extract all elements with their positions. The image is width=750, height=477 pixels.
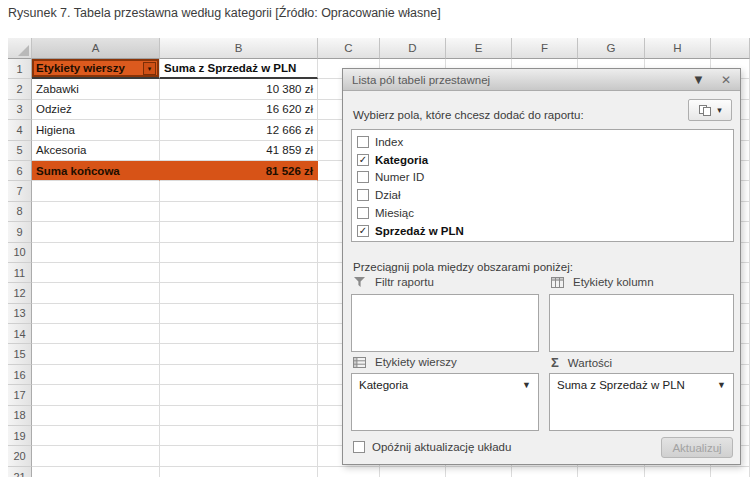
- field-checkbox-4[interactable]: [357, 207, 369, 219]
- cell-B19[interactable]: [160, 426, 318, 446]
- cell-A8[interactable]: [32, 202, 160, 222]
- row-header-9[interactable]: 9: [8, 222, 32, 242]
- cell-A17[interactable]: [32, 385, 160, 405]
- close-icon[interactable]: ✕: [721, 74, 731, 86]
- field-item-4[interactable]: Miesiąc: [357, 204, 728, 222]
- cell-B18[interactable]: [160, 406, 318, 426]
- column-header-G[interactable]: G: [578, 38, 645, 59]
- row-header-18[interactable]: 18: [8, 406, 32, 426]
- pivot-total-value[interactable]: 81 526 zł: [160, 161, 318, 181]
- row-header-19[interactable]: 19: [8, 426, 32, 446]
- cell-A16[interactable]: [32, 365, 160, 385]
- column-header-A[interactable]: A: [32, 38, 160, 59]
- cell-A14[interactable]: [32, 324, 160, 344]
- cell-B9[interactable]: [160, 222, 318, 242]
- pivot-values-header[interactable]: Suma z Sprzedaż w PLN: [160, 59, 318, 79]
- field-item-1[interactable]: ✓Kategoria: [357, 151, 728, 169]
- row-header-4[interactable]: 4: [8, 120, 32, 140]
- pivot-value-2[interactable]: 12 666 zł: [160, 120, 318, 140]
- cell-A21[interactable]: [32, 467, 160, 477]
- defer-layout-update[interactable]: Opóźnij aktualizację układu: [353, 441, 511, 453]
- pivot-category-0[interactable]: Zabawki: [32, 79, 160, 99]
- cell-F21[interactable]: [512, 467, 578, 477]
- row-header-12[interactable]: 12: [8, 283, 32, 303]
- panel-title-bar[interactable]: Lista pól tabeli przestawnej ▼ ✕: [343, 69, 740, 91]
- cell-A19[interactable]: [32, 426, 160, 446]
- field-item-5[interactable]: ✓Sprzedaż w PLN: [357, 222, 728, 240]
- column-header-B[interactable]: B: [160, 38, 318, 59]
- filter-area-box[interactable]: [351, 294, 539, 352]
- cell-B15[interactable]: [160, 344, 318, 364]
- defer-checkbox[interactable]: [353, 441, 365, 453]
- cell-B8[interactable]: [160, 202, 318, 222]
- cell-A20[interactable]: [32, 446, 160, 466]
- column-header-F[interactable]: F: [512, 38, 578, 59]
- row-header-15[interactable]: 15: [8, 344, 32, 364]
- cell-B10[interactable]: [160, 243, 318, 263]
- cell-A13[interactable]: [32, 304, 160, 324]
- rows-area-box[interactable]: Kategoria▼: [351, 373, 539, 431]
- cell-filler[interactable]: [711, 467, 750, 477]
- row-header-6[interactable]: 6: [8, 161, 32, 181]
- pivot-value-1[interactable]: 16 620 zł: [160, 100, 318, 120]
- cell-B14[interactable]: [160, 324, 318, 344]
- row-header-7[interactable]: 7: [8, 181, 32, 201]
- panel-menu-caret-icon[interactable]: ▼: [692, 73, 705, 86]
- row-header-20[interactable]: 20: [8, 446, 32, 466]
- cell-B16[interactable]: [160, 365, 318, 385]
- field-item-3[interactable]: Dział: [357, 186, 728, 204]
- cell-A9[interactable]: [32, 222, 160, 242]
- cell-H21[interactable]: [645, 467, 711, 477]
- row-header-13[interactable]: 13: [8, 304, 32, 324]
- cell-A10[interactable]: [32, 243, 160, 263]
- field-checkbox-3[interactable]: [357, 189, 369, 201]
- column-header-C[interactable]: C: [318, 38, 380, 59]
- pivot-value-3[interactable]: 41 859 zł: [160, 141, 318, 161]
- cell-E21[interactable]: [446, 467, 512, 477]
- field-checkbox-2[interactable]: [357, 171, 369, 183]
- column-header-E[interactable]: E: [446, 38, 512, 59]
- field-item-2[interactable]: Numer ID: [357, 169, 728, 187]
- field-checkbox-1[interactable]: ✓: [357, 154, 369, 166]
- pivot-category-2[interactable]: Higiena: [32, 120, 160, 140]
- row-header-16[interactable]: 16: [8, 365, 32, 385]
- cell-A7[interactable]: [32, 181, 160, 201]
- field-item-0[interactable]: Index: [357, 133, 728, 151]
- update-button[interactable]: Aktualizuj: [661, 437, 733, 458]
- values-area-box[interactable]: Suma z Sprzedaż w PLN▼: [549, 373, 734, 431]
- cell-A1[interactable]: Etykiety wierszy▾: [32, 59, 160, 79]
- row-labels-filter-button[interactable]: ▾: [143, 62, 156, 75]
- field-list-layout-button[interactable]: ▾: [688, 99, 732, 121]
- columns-area-box[interactable]: [549, 294, 734, 352]
- cell-B12[interactable]: [160, 283, 318, 303]
- area-field-item-0[interactable]: Kategoria▼: [352, 374, 538, 395]
- field-dropdown-caret-icon[interactable]: ▼: [522, 380, 531, 390]
- select-all-corner[interactable]: [8, 38, 32, 59]
- cell-G21[interactable]: [578, 467, 645, 477]
- row-header-5[interactable]: 5: [8, 141, 32, 161]
- cell-A11[interactable]: [32, 263, 160, 283]
- field-checkbox-0[interactable]: [357, 136, 369, 148]
- row-header-10[interactable]: 10: [8, 243, 32, 263]
- column-header-H[interactable]: H: [645, 38, 711, 59]
- cell-C21[interactable]: [318, 467, 380, 477]
- column-header-D[interactable]: D: [380, 38, 446, 59]
- row-header-2[interactable]: 2: [8, 79, 32, 99]
- area-field-item-0[interactable]: Suma z Sprzedaż w PLN▼: [550, 374, 733, 395]
- field-checkbox-5[interactable]: ✓: [357, 225, 369, 237]
- pivot-total-label[interactable]: Suma końcowa: [32, 161, 160, 181]
- cell-A12[interactable]: [32, 283, 160, 303]
- cell-A15[interactable]: [32, 344, 160, 364]
- row-header-11[interactable]: 11: [8, 263, 32, 283]
- row-header-1[interactable]: 1: [8, 59, 32, 79]
- row-header-17[interactable]: 17: [8, 385, 32, 405]
- row-header-3[interactable]: 3: [8, 100, 32, 120]
- cell-B13[interactable]: [160, 304, 318, 324]
- pivot-category-1[interactable]: Odzież: [32, 100, 160, 120]
- cell-A18[interactable]: [32, 406, 160, 426]
- row-header-14[interactable]: 14: [8, 324, 32, 344]
- field-dropdown-caret-icon[interactable]: ▼: [717, 380, 726, 390]
- cell-B17[interactable]: [160, 385, 318, 405]
- row-header-8[interactable]: 8: [8, 202, 32, 222]
- cell-B20[interactable]: [160, 446, 318, 466]
